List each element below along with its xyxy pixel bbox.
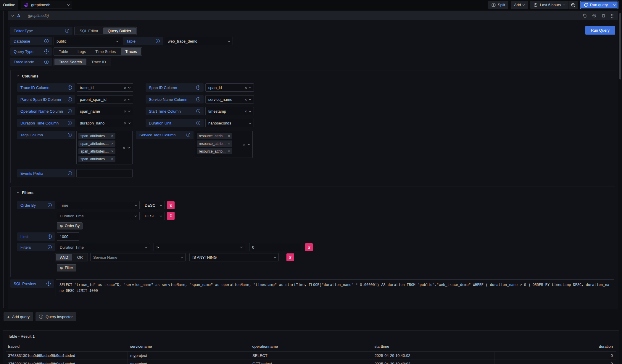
- trace-mode-row: Trace Mode i Trace Search Trace ID: [10, 58, 615, 66]
- collapse-chevron-icon: [17, 75, 19, 77]
- datasource-picker[interactable]: greptimedb: [21, 1, 72, 9]
- option-trace-id[interactable]: Trace ID: [87, 59, 110, 65]
- trace-id-column-select[interactable]: trace_id×: [77, 83, 133, 92]
- label-text: Events Prefix: [20, 171, 43, 176]
- clear-all-icon[interactable]: ×: [123, 145, 125, 150]
- clear-icon[interactable]: ×: [124, 121, 126, 125]
- clear-icon[interactable]: ×: [124, 109, 126, 114]
- duplicate-query-icon[interactable]: [583, 14, 587, 18]
- duration-time-column-select[interactable]: duration_nano×: [77, 119, 133, 127]
- table-select[interactable]: web_trace_demo: [165, 37, 233, 45]
- panel-run-query-button[interactable]: Run Query: [585, 26, 615, 35]
- result-table-panel: Table - Result 1 traceid servicename ope…: [3, 330, 619, 364]
- delete-filter-button[interactable]: [286, 253, 294, 261]
- add-button[interactable]: Add: [511, 1, 528, 9]
- grafana-explore-screen: Outline greptimedb Split Add Last 6 hour…: [0, 0, 622, 364]
- select-value: timestamp: [208, 109, 244, 114]
- order-by-direction-select[interactable]: DESC: [142, 212, 165, 220]
- column-header-duration[interactable]: duration: [494, 342, 616, 352]
- scrollbar-thumb[interactable]: [619, 13, 621, 80]
- delete-order-by-button[interactable]: [167, 201, 175, 209]
- option-and[interactable]: AND: [56, 254, 72, 261]
- span-id-column-select[interactable]: span_id×: [205, 83, 254, 92]
- option-table[interactable]: Table: [54, 48, 72, 55]
- split-button[interactable]: Split: [488, 1, 508, 9]
- filter-field-select[interactable]: Service Name: [90, 253, 186, 261]
- limit-input[interactable]: [57, 232, 79, 241]
- option-traces[interactable]: Traces: [121, 48, 141, 55]
- refresh-icon: [584, 3, 588, 7]
- service-tags-column-label: Service Tags Columni: [136, 131, 194, 139]
- delete-query-icon[interactable]: [602, 14, 605, 18]
- operation-name-column-select[interactable]: span_name×: [77, 107, 133, 115]
- clear-all-icon[interactable]: ×: [243, 142, 245, 147]
- filter-field-select[interactable]: Duration Time: [57, 243, 150, 251]
- tags-column-multiselect[interactable]: span_attributes....× span_attributes....…: [76, 131, 133, 164]
- option-or[interactable]: OR: [73, 254, 87, 261]
- column-header-operationname[interactable]: operationname: [250, 342, 372, 352]
- remove-chip-icon[interactable]: ×: [111, 134, 113, 138]
- delete-filter-button[interactable]: [305, 243, 313, 251]
- service-tags-column-multiselect[interactable]: resource_attrib...× resource_attrib...× …: [195, 131, 253, 158]
- remove-chip-icon[interactable]: ×: [228, 149, 230, 153]
- remove-chip-icon[interactable]: ×: [111, 142, 113, 145]
- order-by-field-select[interactable]: Time: [57, 201, 140, 209]
- table-panel-title: Table - Result 1: [6, 333, 616, 339]
- filter-value-input[interactable]: [249, 243, 301, 251]
- run-query-dropdown[interactable]: [611, 1, 618, 8]
- columns-section-header[interactable]: Columns: [17, 73, 608, 79]
- filter-operator-select[interactable]: IS ANYTHING: [189, 253, 279, 261]
- database-value: public: [57, 39, 116, 43]
- column-header-traceid[interactable]: traceid: [6, 342, 128, 352]
- add-order-by-row: ⊕Order By: [17, 222, 608, 229]
- time-range-picker[interactable]: Last 6 hours: [530, 1, 568, 9]
- trace-id-link[interactable]: 3768831301ea0d65adaef8b9da1cbded: [6, 360, 128, 364]
- time-zoom-out-button[interactable]: [568, 1, 578, 9]
- option-time-series[interactable]: Time Series: [91, 48, 120, 55]
- remove-chip-icon[interactable]: ×: [228, 134, 230, 138]
- order-by-direction-select[interactable]: DESC: [142, 201, 165, 209]
- trace-id-link[interactable]: 3768831301ea0d65adaef8b9da1cbded: [6, 352, 128, 360]
- events-prefix-row: Events Prefixi: [17, 169, 608, 177]
- start-time-column-select[interactable]: timestamp×: [205, 107, 254, 115]
- order-by-field-select[interactable]: Duration Time: [57, 212, 140, 220]
- column-header-servicename[interactable]: servicename: [128, 342, 250, 352]
- clear-icon[interactable]: ×: [244, 109, 247, 114]
- delete-order-by-button[interactable]: [167, 212, 175, 220]
- remove-chip-icon[interactable]: ×: [111, 157, 113, 161]
- trace-span-id-row: Trace ID Columni trace_id× Span ID Colum…: [17, 83, 608, 92]
- button-label: Filter: [65, 266, 73, 270]
- add-query-button[interactable]: + Add query: [4, 312, 33, 321]
- query-type-row: Query Type i Table Logs Time Series Trac…: [10, 47, 615, 56]
- trace-mode-label: Trace Mode i: [10, 58, 52, 66]
- database-select[interactable]: public: [54, 37, 121, 45]
- clear-icon[interactable]: ×: [124, 85, 126, 90]
- filter-operator-select[interactable]: >: [154, 243, 245, 251]
- option-sql-editor[interactable]: SQL Editor: [75, 27, 103, 34]
- add-order-by-button[interactable]: ⊕Order By: [57, 222, 83, 229]
- sql-preview-text: SELECT "trace_id" as traceID, "service_n…: [56, 279, 614, 296]
- service-name-column-select[interactable]: service_name×: [205, 95, 254, 103]
- parent-span-id-column-select[interactable]: parent_span_id×: [77, 95, 133, 103]
- clear-icon[interactable]: ×: [244, 85, 247, 90]
- query-row-header[interactable]: A (greptimedb): [8, 11, 618, 20]
- add-filter-button[interactable]: ⊕Filter: [57, 264, 76, 271]
- remove-chip-icon[interactable]: ×: [111, 149, 113, 153]
- option-logs[interactable]: Logs: [73, 48, 90, 55]
- clear-icon[interactable]: ×: [244, 97, 247, 102]
- run-query-button[interactable]: Run query: [581, 1, 611, 8]
- query-inspector-button[interactable]: i Query inspector: [36, 312, 76, 321]
- disable-query-icon[interactable]: [592, 14, 596, 18]
- events-prefix-input[interactable]: [76, 169, 133, 177]
- filters-section-header[interactable]: Filters: [17, 190, 608, 195]
- clear-icon[interactable]: ×: [124, 97, 126, 102]
- option-trace-search[interactable]: Trace Search: [54, 59, 86, 65]
- outline-toggle[interactable]: Outline: [0, 0, 18, 10]
- duration-unit-select[interactable]: nanoseconds: [205, 119, 254, 127]
- option-query-builder[interactable]: Query Builder: [103, 27, 136, 34]
- remove-chip-icon[interactable]: ×: [228, 142, 230, 145]
- drag-handle-icon[interactable]: [611, 14, 614, 18]
- servicename-cell: myproject: [128, 352, 250, 360]
- column-header-starttime[interactable]: starttime: [372, 342, 494, 352]
- select-value: trace_id: [80, 85, 124, 90]
